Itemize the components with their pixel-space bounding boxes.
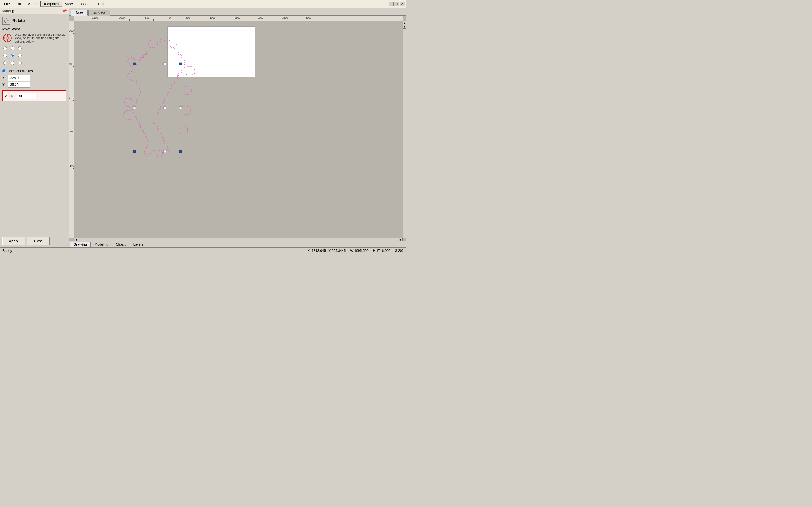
btm-tab-layers[interactable]: Layers bbox=[130, 242, 147, 247]
angle-input[interactable] bbox=[17, 93, 36, 99]
pivot-mr[interactable] bbox=[18, 54, 22, 57]
pin-icon[interactable]: 📌 bbox=[62, 9, 67, 13]
ruler-mark-2500: 2500 bbox=[282, 16, 288, 19]
status-width: W:1095.500 bbox=[350, 249, 368, 252]
use-coordinates-label: Use Coordinates bbox=[8, 69, 33, 73]
menu-gadgets[interactable]: Gadgets bbox=[75, 1, 95, 6]
pivot-icon-area bbox=[2, 33, 12, 43]
window-controls: ─ □ ✕ bbox=[389, 2, 405, 6]
pivot-description: Drag the pivot point directly in the 2D … bbox=[2, 33, 66, 43]
x-coord-row: X: bbox=[2, 75, 66, 81]
rotate-title: Rotate bbox=[2, 17, 66, 24]
ruler-mark-n1000: -1000 bbox=[118, 16, 124, 19]
angle-label: Angle bbox=[5, 94, 14, 98]
menu-model[interactable]: Model bbox=[24, 1, 40, 6]
pivot-tl[interactable] bbox=[3, 47, 7, 50]
ruler-mark-3000: 3000 bbox=[306, 16, 311, 19]
ruler-mark-1500: 1500 bbox=[235, 16, 240, 19]
ruler-mark-500: 500 bbox=[186, 16, 190, 19]
rotate-label: Rotate bbox=[12, 18, 25, 23]
pivot-section: Pivot Point bbox=[2, 27, 66, 88]
main-layout: Drawing 📌 Rotate Pivot Point bbox=[0, 8, 406, 247]
right-area: New 3D View -1500 -1000 -500 0 500 1000 … bbox=[69, 8, 406, 247]
button-row: Apply Close bbox=[0, 235, 68, 247]
ruler-vmark-1000: 1000 bbox=[69, 29, 74, 32]
menu-toolpaths[interactable]: Toolpaths bbox=[40, 1, 62, 7]
handle-tm bbox=[163, 62, 166, 65]
restore-button[interactable]: □ bbox=[394, 2, 399, 6]
handle-ml bbox=[133, 107, 136, 109]
svg-point-8 bbox=[4, 38, 5, 39]
menubar: File Edit Model Toolpaths View Gadgets H… bbox=[0, 0, 406, 8]
ruler-vmark-n1000: -1000 bbox=[69, 165, 74, 167]
pivot-radio-grid bbox=[2, 45, 66, 67]
panel-header: Drawing 📌 bbox=[0, 8, 68, 14]
ruler-vmark-500: 500 bbox=[69, 62, 73, 65]
pivot-description-text: Drag the pivot point directly in the 2D … bbox=[15, 33, 66, 43]
statusbar: Ready X:-1813.0454 Y:905.8445 W:1095.500… bbox=[0, 247, 406, 253]
scroll-left[interactable]: ◄ bbox=[74, 238, 78, 241]
btm-tab-clipart[interactable]: Clipart bbox=[112, 242, 130, 247]
scroll-down[interactable]: ▼ bbox=[403, 25, 406, 29]
pivot-tr[interactable] bbox=[18, 47, 22, 50]
dot-tr bbox=[180, 64, 181, 65]
use-coordinates-radio[interactable] bbox=[2, 69, 6, 73]
ruler-mark-1000: 1000 bbox=[210, 16, 215, 19]
svg-point-3 bbox=[6, 37, 8, 39]
status-ready: Ready bbox=[2, 249, 12, 252]
pivot-mc[interactable] bbox=[11, 54, 14, 57]
svg-marker-0 bbox=[7, 20, 9, 21]
pivot-bc[interactable] bbox=[11, 61, 14, 65]
scrollbar-right[interactable]: ▲ ▼ bbox=[403, 21, 406, 238]
ruler-left: 1000 500 0 -500 -1000 bbox=[69, 21, 74, 238]
pivot-br[interactable] bbox=[18, 61, 22, 65]
dot-br bbox=[180, 151, 181, 152]
panel-content: Rotate Pivot Point bbox=[0, 14, 68, 235]
canvas-container: -1500 -1000 -500 0 500 1000 1500 2000 25… bbox=[69, 16, 406, 241]
svg-marker-1 bbox=[4, 20, 5, 21]
apply-button[interactable]: Apply bbox=[2, 237, 25, 245]
bottom-tabs: Drawing Modeling Clipart Layers bbox=[69, 241, 406, 247]
minimize-button[interactable]: ─ bbox=[389, 2, 394, 6]
dot-tl bbox=[134, 64, 135, 65]
menu-edit[interactable]: Edit bbox=[13, 1, 24, 6]
tab-bar: New 3D View bbox=[69, 8, 406, 16]
close-button-panel[interactable]: Close bbox=[27, 237, 50, 245]
status-height: H:1716.000 bbox=[373, 249, 391, 252]
handle-mr bbox=[179, 107, 182, 109]
x-input[interactable] bbox=[8, 75, 31, 81]
pivot-tc[interactable] bbox=[11, 47, 14, 50]
tab-new[interactable]: New bbox=[71, 10, 88, 16]
left-panel: Drawing 📌 Rotate Pivot Point bbox=[0, 8, 69, 247]
dot-bl bbox=[134, 151, 135, 152]
status-coords: X:-1813.0454 Y:905.8445 bbox=[307, 249, 346, 252]
btm-tab-drawing[interactable]: Drawing bbox=[70, 242, 91, 247]
ruler-vmark-n500: -500 bbox=[69, 130, 74, 133]
scroll-right[interactable]: ► bbox=[399, 238, 403, 241]
menu-help[interactable]: Help bbox=[95, 1, 109, 6]
btm-tab-modeling[interactable]: Modeling bbox=[91, 242, 112, 247]
tab-3d-view[interactable]: 3D View bbox=[88, 10, 110, 16]
ruler-mark-n1500: -1500 bbox=[91, 16, 98, 19]
pivot-ml[interactable] bbox=[3, 54, 7, 57]
use-coordinates-row: Use Coordinates bbox=[2, 69, 66, 73]
ruler-mark-n500: -500 bbox=[144, 16, 149, 19]
ruler-mark-0: 0 bbox=[169, 16, 170, 19]
ruler-mark-2000: 2000 bbox=[258, 16, 263, 19]
drawing-svg bbox=[74, 21, 403, 238]
y-coord-row: Y: bbox=[2, 82, 66, 88]
status-right: X:-1813.0454 Y:905.8445 W:1095.500 H:171… bbox=[307, 249, 404, 252]
close-button[interactable]: ✕ bbox=[400, 2, 405, 6]
menu-file[interactable]: File bbox=[1, 1, 13, 6]
y-label: Y: bbox=[2, 83, 7, 87]
pivot-bl[interactable] bbox=[3, 61, 7, 65]
ruler-vmark-0: 0 bbox=[69, 96, 70, 99]
y-input[interactable] bbox=[8, 82, 31, 88]
canvas-viewport[interactable] bbox=[74, 21, 403, 238]
scroll-up[interactable]: ▲ bbox=[403, 21, 406, 25]
panel-title: Drawing bbox=[2, 9, 14, 13]
x-label: X: bbox=[2, 76, 7, 80]
menu-view[interactable]: View bbox=[62, 1, 75, 6]
scrollbar-bottom[interactable]: ◄ ► bbox=[74, 238, 403, 241]
angle-section: Angle bbox=[2, 91, 66, 101]
